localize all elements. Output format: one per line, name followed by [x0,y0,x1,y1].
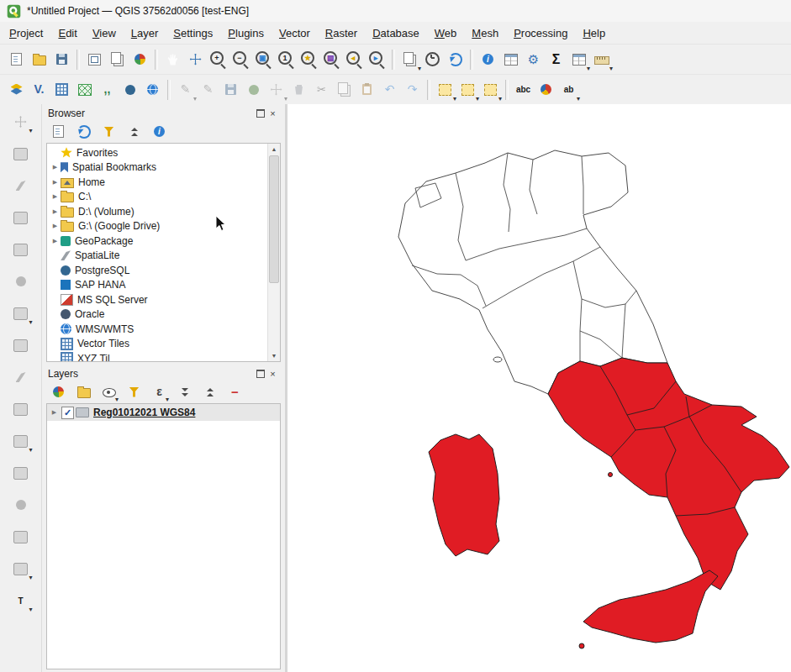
delete-selected-button[interactable] [287,78,310,101]
browser-item-home[interactable]: ▶ Home [47,175,268,190]
expander-arrow-icon[interactable]: ▶ [50,223,61,229]
browser-item-vector-tiles[interactable]: Vector Tiles [47,337,268,352]
rotate-feature-button[interactable] [9,143,33,165]
browser-item-wms-wmts[interactable]: WMS/WMTS [47,322,268,337]
zoom-next-button[interactable]: ▸ [366,48,388,71]
expander-arrow-icon[interactable]: ▶ [50,164,61,171]
add-delimited-text-button[interactable]: ,, [96,78,119,101]
browser-item-postgresql[interactable]: PostgreSQL [47,263,268,278]
copy-features-button[interactable] [333,78,356,101]
vertex-tool-button[interactable]: ▾ [265,78,287,101]
italy-map[interactable] [287,104,791,672]
undo-button[interactable]: ↶ [378,78,401,101]
filter-legend-button[interactable] [124,383,144,402]
zoom-in-button[interactable]: + [207,48,229,71]
trim-extend-button[interactable]: ▾ [9,558,33,580]
zoom-to-layer-button[interactable]: ▤ [320,48,343,71]
merge-features-button[interactable]: ▾ [9,430,33,452]
reshape-features-button[interactable] [9,334,33,356]
menu-raster[interactable]: Raster [318,24,365,43]
menu-settings[interactable]: Settings [166,24,220,43]
expander-arrow-icon[interactable]: ▶ [50,208,61,215]
collapse-all-button[interactable] [200,383,219,402]
new-print-layout-button[interactable] [83,48,106,71]
rotate-point-symbols-button[interactable] [9,494,33,516]
menu-edit[interactable]: Edit [50,24,84,43]
menu-layer[interactable]: Layer [124,24,166,43]
zoom-last-button[interactable]: ◂ [343,48,366,71]
browser-item-d-drive[interactable]: ▶ D:\ (Volume) [47,204,268,219]
add-raster-layer-button[interactable] [50,78,73,101]
expander-arrow-icon[interactable]: ▶ [50,179,61,186]
zoom-out-button[interactable]: − [229,48,252,71]
layers-close-button[interactable]: × [266,368,279,380]
scrollbar-thumb[interactable] [269,155,279,283]
scroll-up-icon[interactable]: ▲ [268,144,280,155]
browser-item-sap-hana[interactable]: SAP HANA [47,278,268,293]
zoom-full-button[interactable]: ▣ [252,48,275,71]
map-themes-button[interactable]: ▾ [99,383,119,402]
attribute-table-button[interactable]: ▾ [567,48,590,71]
map-canvas[interactable] [287,104,791,672]
deselect-features-button[interactable]: ▾ [479,78,502,101]
browser-refresh-button[interactable] [74,123,93,141]
toggle-editing-button[interactable]: ✎ [197,78,219,101]
cut-features-button[interactable]: ✂ [310,78,333,101]
menu-web[interactable]: Web [427,24,465,43]
expander-arrow-icon[interactable]: ▶ [49,409,60,416]
zoom-to-selection-button[interactable]: ★ [298,48,320,71]
processing-toolbox-button[interactable]: ⚙ [522,48,545,71]
identify-features-button[interactable]: i [477,48,499,71]
browser-scrollbar[interactable]: ▲ ▼ [267,144,280,361]
temporal-controller-button[interactable] [421,48,444,71]
add-vector-layer-button[interactable]: V. [28,78,50,101]
browser-collapse-all-button[interactable] [124,123,144,141]
browser-add-layers-button[interactable] [49,123,68,141]
split-features-button[interactable] [9,366,33,388]
filter-expression-button[interactable]: ε ▾ [150,383,169,402]
annotation-tool-button[interactable]: T ▾ [9,590,33,612]
menu-processing[interactable]: Processing [506,24,575,43]
save-edits-button[interactable] [219,78,242,101]
browser-item-ms-sql-server[interactable]: MS SQL Server [47,292,268,307]
new-map-view-button[interactable]: ▾ [398,48,421,71]
menu-project[interactable]: Project [2,24,50,43]
layer-row-reg01012021[interactable]: ▶ ✓ Reg01012021 WGS84 [47,404,280,421]
measure-button[interactable]: ▾ [590,48,613,71]
expander-arrow-icon[interactable]: ▶ [50,238,61,244]
redo-button[interactable]: ↷ [401,78,424,101]
add-ring-button[interactable] [9,207,33,228]
current-edits-button[interactable]: ✎ ▾ [174,78,197,101]
add-group-button[interactable] [74,383,93,402]
add-postgis-button[interactable] [119,78,141,101]
scroll-down-icon[interactable]: ▼ [268,350,280,361]
fill-ring-button[interactable] [9,270,33,292]
merge-attributes-button[interactable] [9,462,33,484]
browser-float-button[interactable] [254,108,266,119]
layer-labeling-button[interactable]: abc [512,78,535,101]
pan-to-selection-button[interactable] [184,48,207,71]
style-manager-button[interactable] [129,48,151,71]
layout-manager-button[interactable] [106,48,129,71]
layers-float-button[interactable] [254,368,266,380]
browser-item-xyz-tiles[interactable]: XYZ Til [47,351,268,361]
new-project-button[interactable] [5,48,28,71]
browser-item-favorites[interactable]: Favorites [47,145,268,160]
add-wms-button[interactable] [141,78,164,101]
menu-vector[interactable]: Vector [272,24,318,43]
data-source-manager-button[interactable] [5,78,28,101]
add-mesh-layer-button[interactable] [73,78,96,101]
browser-item-spatial-bookmarks[interactable]: ▶ Spatial Bookmarks [47,160,268,176]
browser-item-geopackage[interactable]: ▶ GeoPackage [47,234,268,249]
browser-close-button[interactable]: × [266,108,279,119]
browser-item-c-drive[interactable]: ▶ C:\ [47,190,268,205]
add-part-button[interactable] [9,239,33,260]
browser-item-oracle[interactable]: Oracle [47,307,268,323]
browser-filter-button[interactable] [99,123,119,141]
auto-label-button[interactable]: ab ▾ [557,78,580,101]
expand-all-button[interactable] [175,383,194,402]
remove-layer-button[interactable]: − [225,383,245,402]
statistical-summary-button[interactable] [499,48,522,71]
pan-map-button[interactable] [161,48,184,71]
browser-properties-button[interactable]: i [150,123,169,141]
